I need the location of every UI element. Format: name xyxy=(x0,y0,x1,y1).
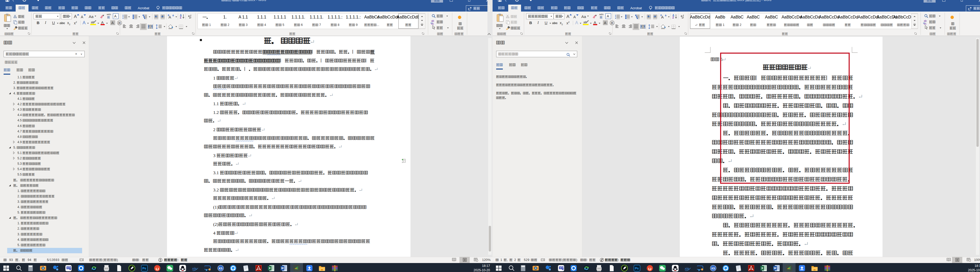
svg-text:T: T xyxy=(67,267,69,269)
svg-text:W: W xyxy=(281,267,284,270)
svg-text:X: X xyxy=(269,267,271,270)
svg-text:K5: K5 xyxy=(711,267,715,270)
svg-text:K5: K5 xyxy=(219,267,223,270)
svg-text:X: X xyxy=(761,267,764,270)
svg-text:T: T xyxy=(560,267,561,269)
svg-text:Ps: Ps xyxy=(142,267,146,270)
svg-text:Ps: Ps xyxy=(635,267,639,270)
svg-text:W: W xyxy=(774,267,776,270)
